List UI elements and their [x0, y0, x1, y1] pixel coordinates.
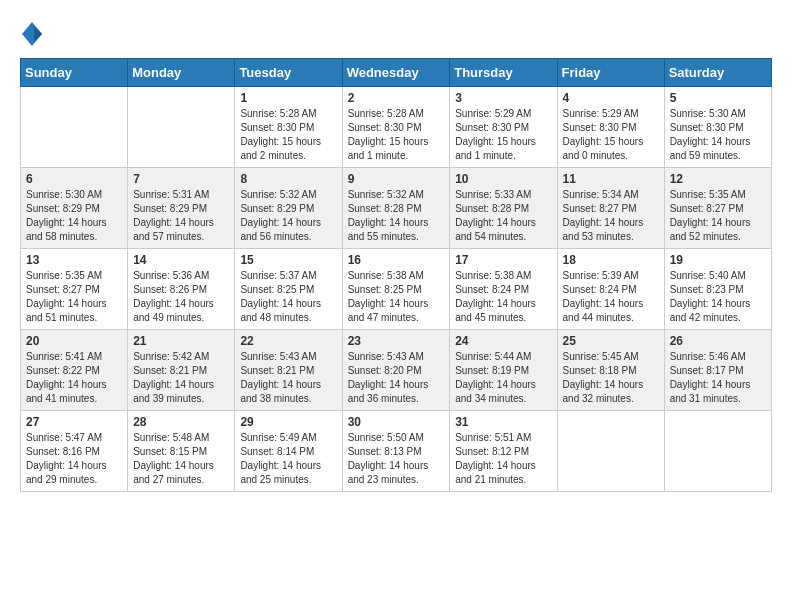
weekday-header-tuesday: Tuesday — [235, 59, 342, 87]
cell-content: Sunrise: 5:39 AMSunset: 8:24 PMDaylight:… — [563, 269, 659, 325]
svg-marker-1 — [34, 26, 42, 42]
day-number: 16 — [348, 253, 445, 267]
cell-content: Sunrise: 5:36 AMSunset: 8:26 PMDaylight:… — [133, 269, 229, 325]
calendar-cell: 31Sunrise: 5:51 AMSunset: 8:12 PMDayligh… — [450, 411, 557, 492]
calendar-cell: 1Sunrise: 5:28 AMSunset: 8:30 PMDaylight… — [235, 87, 342, 168]
day-number: 21 — [133, 334, 229, 348]
calendar-cell: 15Sunrise: 5:37 AMSunset: 8:25 PMDayligh… — [235, 249, 342, 330]
day-number: 26 — [670, 334, 766, 348]
day-number: 22 — [240, 334, 336, 348]
cell-content: Sunrise: 5:43 AMSunset: 8:21 PMDaylight:… — [240, 350, 336, 406]
day-number: 30 — [348, 415, 445, 429]
day-number: 12 — [670, 172, 766, 186]
week-row-4: 20Sunrise: 5:41 AMSunset: 8:22 PMDayligh… — [21, 330, 772, 411]
cell-content: Sunrise: 5:38 AMSunset: 8:25 PMDaylight:… — [348, 269, 445, 325]
calendar-cell: 27Sunrise: 5:47 AMSunset: 8:16 PMDayligh… — [21, 411, 128, 492]
calendar-cell: 8Sunrise: 5:32 AMSunset: 8:29 PMDaylight… — [235, 168, 342, 249]
calendar-cell: 29Sunrise: 5:49 AMSunset: 8:14 PMDayligh… — [235, 411, 342, 492]
calendar-cell: 30Sunrise: 5:50 AMSunset: 8:13 PMDayligh… — [342, 411, 450, 492]
cell-content: Sunrise: 5:33 AMSunset: 8:28 PMDaylight:… — [455, 188, 551, 244]
calendar-cell: 25Sunrise: 5:45 AMSunset: 8:18 PMDayligh… — [557, 330, 664, 411]
calendar-cell: 10Sunrise: 5:33 AMSunset: 8:28 PMDayligh… — [450, 168, 557, 249]
day-number: 3 — [455, 91, 551, 105]
weekday-header-sunday: Sunday — [21, 59, 128, 87]
week-row-3: 13Sunrise: 5:35 AMSunset: 8:27 PMDayligh… — [21, 249, 772, 330]
day-number: 5 — [670, 91, 766, 105]
calendar-cell: 22Sunrise: 5:43 AMSunset: 8:21 PMDayligh… — [235, 330, 342, 411]
day-number: 15 — [240, 253, 336, 267]
cell-content: Sunrise: 5:51 AMSunset: 8:12 PMDaylight:… — [455, 431, 551, 487]
calendar: SundayMondayTuesdayWednesdayThursdayFrid… — [20, 58, 772, 492]
day-number: 14 — [133, 253, 229, 267]
day-number: 25 — [563, 334, 659, 348]
calendar-cell: 23Sunrise: 5:43 AMSunset: 8:20 PMDayligh… — [342, 330, 450, 411]
cell-content: Sunrise: 5:45 AMSunset: 8:18 PMDaylight:… — [563, 350, 659, 406]
day-number: 29 — [240, 415, 336, 429]
day-number: 27 — [26, 415, 122, 429]
day-number: 31 — [455, 415, 551, 429]
day-number: 6 — [26, 172, 122, 186]
day-number: 23 — [348, 334, 445, 348]
calendar-cell: 19Sunrise: 5:40 AMSunset: 8:23 PMDayligh… — [664, 249, 771, 330]
calendar-cell: 17Sunrise: 5:38 AMSunset: 8:24 PMDayligh… — [450, 249, 557, 330]
day-number: 8 — [240, 172, 336, 186]
day-number: 2 — [348, 91, 445, 105]
cell-content: Sunrise: 5:32 AMSunset: 8:29 PMDaylight:… — [240, 188, 336, 244]
cell-content: Sunrise: 5:29 AMSunset: 8:30 PMDaylight:… — [455, 107, 551, 163]
calendar-cell: 28Sunrise: 5:48 AMSunset: 8:15 PMDayligh… — [128, 411, 235, 492]
day-number: 24 — [455, 334, 551, 348]
day-number: 13 — [26, 253, 122, 267]
calendar-cell: 5Sunrise: 5:30 AMSunset: 8:30 PMDaylight… — [664, 87, 771, 168]
cell-content: Sunrise: 5:48 AMSunset: 8:15 PMDaylight:… — [133, 431, 229, 487]
day-number: 4 — [563, 91, 659, 105]
weekday-header-thursday: Thursday — [450, 59, 557, 87]
cell-content: Sunrise: 5:38 AMSunset: 8:24 PMDaylight:… — [455, 269, 551, 325]
cell-content: Sunrise: 5:30 AMSunset: 8:29 PMDaylight:… — [26, 188, 122, 244]
cell-content: Sunrise: 5:49 AMSunset: 8:14 PMDaylight:… — [240, 431, 336, 487]
cell-content: Sunrise: 5:41 AMSunset: 8:22 PMDaylight:… — [26, 350, 122, 406]
cell-content: Sunrise: 5:47 AMSunset: 8:16 PMDaylight:… — [26, 431, 122, 487]
day-number: 7 — [133, 172, 229, 186]
calendar-cell: 16Sunrise: 5:38 AMSunset: 8:25 PMDayligh… — [342, 249, 450, 330]
cell-content: Sunrise: 5:37 AMSunset: 8:25 PMDaylight:… — [240, 269, 336, 325]
calendar-cell: 6Sunrise: 5:30 AMSunset: 8:29 PMDaylight… — [21, 168, 128, 249]
calendar-cell: 13Sunrise: 5:35 AMSunset: 8:27 PMDayligh… — [21, 249, 128, 330]
cell-content: Sunrise: 5:31 AMSunset: 8:29 PMDaylight:… — [133, 188, 229, 244]
cell-content: Sunrise: 5:28 AMSunset: 8:30 PMDaylight:… — [348, 107, 445, 163]
weekday-header-monday: Monday — [128, 59, 235, 87]
calendar-cell: 9Sunrise: 5:32 AMSunset: 8:28 PMDaylight… — [342, 168, 450, 249]
cell-content: Sunrise: 5:43 AMSunset: 8:20 PMDaylight:… — [348, 350, 445, 406]
cell-content: Sunrise: 5:46 AMSunset: 8:17 PMDaylight:… — [670, 350, 766, 406]
day-number: 11 — [563, 172, 659, 186]
weekday-header-saturday: Saturday — [664, 59, 771, 87]
day-number: 1 — [240, 91, 336, 105]
day-number: 18 — [563, 253, 659, 267]
cell-content: Sunrise: 5:34 AMSunset: 8:27 PMDaylight:… — [563, 188, 659, 244]
calendar-cell — [557, 411, 664, 492]
cell-content: Sunrise: 5:40 AMSunset: 8:23 PMDaylight:… — [670, 269, 766, 325]
calendar-cell: 4Sunrise: 5:29 AMSunset: 8:30 PMDaylight… — [557, 87, 664, 168]
weekday-header-row: SundayMondayTuesdayWednesdayThursdayFrid… — [21, 59, 772, 87]
calendar-cell: 12Sunrise: 5:35 AMSunset: 8:27 PMDayligh… — [664, 168, 771, 249]
logo — [20, 20, 48, 48]
header — [20, 20, 772, 48]
cell-content: Sunrise: 5:28 AMSunset: 8:30 PMDaylight:… — [240, 107, 336, 163]
cell-content: Sunrise: 5:35 AMSunset: 8:27 PMDaylight:… — [670, 188, 766, 244]
cell-content: Sunrise: 5:32 AMSunset: 8:28 PMDaylight:… — [348, 188, 445, 244]
calendar-cell: 20Sunrise: 5:41 AMSunset: 8:22 PMDayligh… — [21, 330, 128, 411]
day-number: 28 — [133, 415, 229, 429]
calendar-cell: 2Sunrise: 5:28 AMSunset: 8:30 PMDaylight… — [342, 87, 450, 168]
week-row-5: 27Sunrise: 5:47 AMSunset: 8:16 PMDayligh… — [21, 411, 772, 492]
cell-content: Sunrise: 5:35 AMSunset: 8:27 PMDaylight:… — [26, 269, 122, 325]
day-number: 17 — [455, 253, 551, 267]
logo-icon — [20, 20, 44, 48]
calendar-cell: 7Sunrise: 5:31 AMSunset: 8:29 PMDaylight… — [128, 168, 235, 249]
calendar-cell: 18Sunrise: 5:39 AMSunset: 8:24 PMDayligh… — [557, 249, 664, 330]
calendar-cell — [21, 87, 128, 168]
cell-content: Sunrise: 5:44 AMSunset: 8:19 PMDaylight:… — [455, 350, 551, 406]
day-number: 20 — [26, 334, 122, 348]
day-number: 9 — [348, 172, 445, 186]
week-row-1: 1Sunrise: 5:28 AMSunset: 8:30 PMDaylight… — [21, 87, 772, 168]
calendar-cell: 11Sunrise: 5:34 AMSunset: 8:27 PMDayligh… — [557, 168, 664, 249]
day-number: 19 — [670, 253, 766, 267]
